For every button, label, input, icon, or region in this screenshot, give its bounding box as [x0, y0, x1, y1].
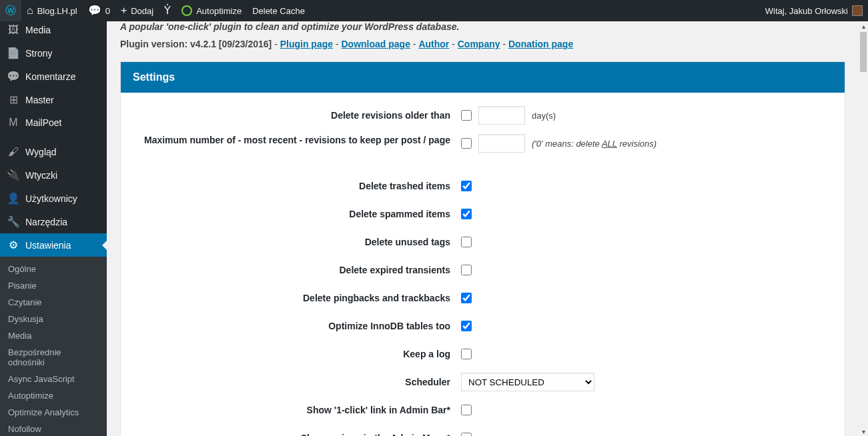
submenu-discussion[interactable]: Dyskusja — [0, 311, 107, 327]
label-show-1click: Show '1-click' link in Admin Bar* — [141, 405, 461, 415]
sidebar-item-settings[interactable]: ⚙Ustawienia — [0, 233, 107, 257]
master-icon: ⊞ — [7, 93, 20, 106]
submenu-media[interactable]: Media — [0, 327, 107, 344]
checkbox-show-1click[interactable] — [461, 405, 472, 415]
wp-logo[interactable]: ⓦ — [0, 0, 21, 21]
donation-page-link[interactable]: Donation page — [508, 39, 573, 49]
label-delete-tags: Delete unused tags — [141, 237, 461, 247]
sidebar-item-pages[interactable]: 📄Strony — [0, 41, 107, 65]
row-max-revisions: Maximum number of - most recent - revisi… — [141, 134, 825, 153]
submenu-optimize-analytics[interactable]: Optimize Analytics — [0, 404, 107, 421]
row-optimize-innodb: Optimize InnoDB tables too — [141, 317, 825, 335]
input-max-revisions[interactable] — [478, 134, 525, 153]
sidebar-item-media[interactable]: 🖼Media — [0, 21, 107, 41]
label-delete-trashed: Delete trashed items — [141, 181, 461, 191]
row-scheduler: Scheduler NOT SCHEDULED — [141, 373, 825, 391]
sidebar-item-comments[interactable]: 💬Komentarze — [0, 65, 107, 88]
checkbox-delete-spammed[interactable] — [461, 209, 472, 219]
plugin-version-line: Plugin version: v4.2.1 [09/23/2016] - Pl… — [120, 39, 845, 49]
row-keep-log: Keep a log — [141, 345, 825, 363]
add-new-link[interactable]: +Dodaj — [115, 0, 159, 21]
delete-cache-link[interactable]: Delete Cache — [247, 0, 310, 21]
sidebar-item-label: Strony — [25, 48, 52, 59]
checkbox-delete-pingbacks[interactable] — [461, 293, 472, 303]
admin-bar: ⓦ ⌂Blog.LH.pl 💬0 +Dodaj Ẏ Autoptimize De… — [0, 0, 868, 21]
download-page-link[interactable]: Download page — [341, 39, 410, 49]
checkbox-delete-transients[interactable] — [461, 265, 472, 275]
label-delete-revisions: Delete revisions older than — [141, 110, 461, 121]
input-revisions-days[interactable] — [478, 106, 525, 125]
plugin-page-link[interactable]: Plugin page — [280, 39, 333, 49]
checkbox-show-icon[interactable] — [461, 433, 472, 436]
scroll-thumb[interactable] — [860, 32, 867, 72]
checkbox-delete-trashed[interactable] — [461, 181, 472, 191]
users-icon: 👤 — [7, 192, 20, 205]
sidebar-item-label: Master — [25, 95, 54, 105]
plus-icon: + — [121, 5, 127, 16]
label-max-revisions: Maximum number of - most recent - revisi… — [141, 134, 461, 147]
submenu-general[interactable]: Ogólne — [0, 261, 107, 277]
autoptimize-link[interactable]: Autoptimize — [176, 0, 247, 21]
sidebar-item-tools[interactable]: 🔧Narzędzia — [0, 210, 107, 233]
row-show-1click: Show '1-click' link in Admin Bar* — [141, 401, 825, 419]
sidebar-item-appearance[interactable]: 🖌Wygląd — [0, 141, 107, 163]
checkbox-keep-log[interactable] — [461, 349, 472, 359]
submenu-nofollow[interactable]: Nofollow — [0, 421, 107, 436]
plugin-description: A popular 'one-click' plugin to clean an… — [120, 21, 845, 32]
avatar-icon — [852, 5, 863, 16]
label-keep-log: Keep a log — [141, 349, 461, 359]
browser-scrollbar[interactable]: ▴ ▾ — [859, 21, 868, 436]
sidebar-item-users[interactable]: 👤Użytkownicy — [0, 187, 107, 210]
label-optimize-innodb: Optimize InnoDB tables too — [141, 321, 461, 331]
label-delete-spammed: Delete spammed items — [141, 209, 461, 219]
checkbox-max-revisions[interactable] — [461, 138, 472, 149]
admin-sidebar: 🖼Media 📄Strony 💬Komentarze ⊞Master MMail… — [0, 21, 107, 436]
label-scheduler: Scheduler — [141, 377, 461, 387]
yoast-link[interactable]: Ẏ — [159, 0, 176, 21]
submenu-autoptimize[interactable]: Autoptimize — [0, 387, 107, 404]
label-delete-transients: Delete expired transients — [141, 265, 461, 275]
sidebar-item-plugins[interactable]: 🔌Wtyczki — [0, 163, 107, 187]
sidebar-item-master[interactable]: ⊞Master — [0, 88, 107, 111]
author-link[interactable]: Author — [418, 39, 449, 49]
row-delete-pingbacks: Delete pingbacks and trackbacks — [141, 289, 825, 307]
row-delete-tags: Delete unused tags — [141, 233, 825, 251]
autoptimize-label: Autoptimize — [196, 6, 242, 16]
wordpress-icon: ⓦ — [5, 5, 16, 16]
hint-max-revisions: ('0' means: delete ALL revisions) — [532, 139, 657, 149]
suffix-days: day(s) — [532, 111, 556, 121]
checkbox-delete-tags[interactable] — [461, 237, 472, 247]
company-link[interactable]: Company — [458, 39, 500, 49]
comments-count: 0 — [105, 6, 110, 16]
scroll-track — [859, 31, 868, 427]
row-delete-spammed: Delete spammed items — [141, 205, 825, 223]
row-show-icon: Show an icon in the Admin Menu* — [141, 429, 825, 436]
site-name-link[interactable]: ⌂Blog.LH.pl — [21, 0, 83, 21]
checkbox-delete-revisions[interactable] — [461, 110, 472, 121]
row-delete-revisions: Delete revisions older than day(s) — [141, 106, 825, 125]
submenu-asyncjs[interactable]: Async JavaScript — [0, 371, 107, 387]
select-scheduler[interactable]: NOT SCHEDULED — [461, 373, 594, 391]
sidebar-item-label: Komentarze — [25, 71, 75, 82]
sidebar-item-mailpoet[interactable]: MMailPoet — [0, 111, 107, 134]
scroll-up-icon: ▴ — [859, 21, 868, 31]
comments-link[interactable]: 💬0 — [83, 0, 115, 21]
sidebar-item-label: Wtyczki — [25, 170, 57, 181]
home-icon: ⌂ — [27, 5, 33, 16]
account-link[interactable]: Witaj, Jakub Orłowski — [760, 0, 868, 21]
comments-icon: 💬 — [7, 70, 20, 83]
submenu-reading[interactable]: Czytanie — [0, 294, 107, 311]
comment-icon: 💬 — [88, 5, 101, 16]
settings-icon: ⚙ — [7, 239, 20, 251]
submenu-writing[interactable]: Pisanie — [0, 277, 107, 294]
delete-cache-label: Delete Cache — [252, 6, 305, 16]
submenu-permalinks[interactable]: Bezpośrednie odnośniki — [0, 344, 107, 371]
row-delete-trashed: Delete trashed items — [141, 177, 825, 195]
scroll-down-icon: ▾ — [859, 427, 868, 436]
pages-icon: 📄 — [7, 47, 20, 59]
version-text: Plugin version: v4.2.1 [09/23/2016] — [120, 39, 272, 49]
mailpoet-icon: M — [7, 117, 20, 129]
greeting: Witaj, Jakub Orłowski — [765, 6, 848, 16]
sidebar-item-label: Narzędzia — [25, 217, 67, 227]
checkbox-optimize-innodb[interactable] — [461, 321, 472, 331]
